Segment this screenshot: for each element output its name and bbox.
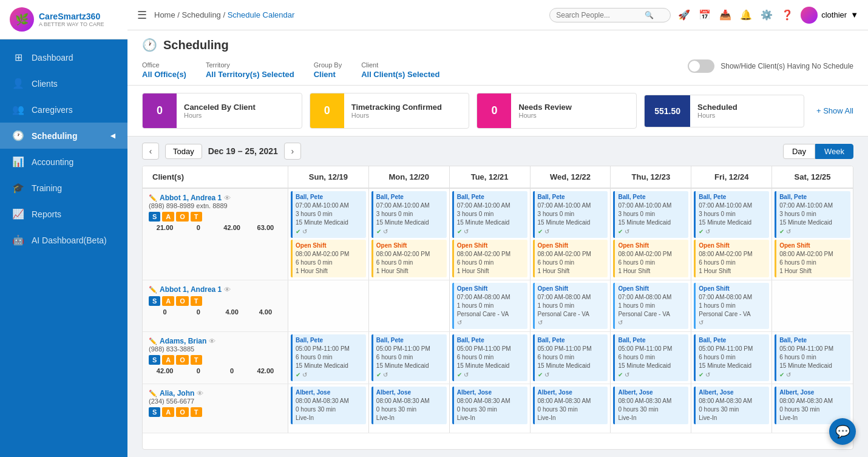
shift-card[interactable]: Ball, Pete 07:00 AM-10:00 AM 3 hours 0 m… bbox=[533, 191, 608, 238]
user-area[interactable]: clothier ▼ bbox=[801, 7, 858, 24]
no-schedule-toggle[interactable] bbox=[688, 59, 714, 73]
client-name[interactable]: Alia, John bbox=[160, 389, 194, 398]
edit-icon[interactable]: ✏️ bbox=[149, 194, 157, 202]
shift-card[interactable]: Albert, Jose 08:00 AM-08:30 AM 0 hours 3… bbox=[291, 387, 366, 424]
client-name[interactable]: Adams, Brian bbox=[160, 337, 206, 345]
eye-icon[interactable]: 👁 bbox=[224, 194, 231, 201]
sidebar-item-caregivers[interactable]: 👥 Caregivers bbox=[0, 96, 127, 123]
rocket-icon[interactable]: 🚀 bbox=[678, 9, 690, 21]
repeat-icon: ↺ bbox=[464, 371, 469, 379]
stat-card-scheduled: 551.50 Scheduled Hours bbox=[644, 95, 804, 127]
shift-card-open[interactable]: Open Shift 08:00 AM-02:00 PM 6 hours 0 m… bbox=[775, 240, 850, 277]
sidebar-item-scheduling[interactable]: 🕐 Scheduling ◀ bbox=[0, 123, 127, 149]
repeat-icon: ↺ bbox=[457, 319, 462, 326]
client-name[interactable]: Abbot 1, Andrea 1 bbox=[160, 194, 222, 202]
client-value[interactable]: All Client(s) Selected bbox=[361, 70, 439, 79]
eye-icon[interactable]: 👁 bbox=[224, 286, 231, 293]
shift-card[interactable]: Albert, Jose 08:00 AM-08:30 AM 0 hours 3… bbox=[371, 387, 447, 424]
shift-card[interactable]: Ball, Pete 07:00 AM-10:00 AM 3 hours 0 m… bbox=[613, 191, 688, 238]
sidebar-item-clients[interactable]: 👤 Clients bbox=[0, 70, 127, 96]
shift-name: Ball, Pete bbox=[376, 193, 444, 201]
settings-icon[interactable]: ⚙️ bbox=[761, 9, 773, 21]
shift-card-open[interactable]: Open Shift 08:00 AM-02:00 PM 6 hours 0 m… bbox=[371, 240, 447, 277]
shift-card[interactable]: Albert, Jose 08:00 AM-08:30 AM 0 hours 3… bbox=[613, 387, 688, 424]
edit-icon[interactable]: ✏️ bbox=[149, 390, 157, 398]
shift-card[interactable]: Ball, Pete 07:00 AM-10:00 AM 3 hours 0 m… bbox=[775, 191, 850, 238]
week-view-button[interactable]: Week bbox=[815, 144, 853, 159]
office-value[interactable]: All Office(s) bbox=[142, 70, 186, 79]
shift-name: Ball, Pete bbox=[457, 193, 524, 201]
shift-card[interactable]: Ball, Pete 05:00 PM-11:00 PM 6 hours 0 m… bbox=[452, 334, 527, 381]
shift-card-open[interactable]: Open Shift 08:00 AM-02:00 PM 6 hours 0 m… bbox=[694, 240, 769, 277]
shift-card-open[interactable]: Open Shift 08:00 AM-02:00 PM 6 hours 0 m… bbox=[533, 240, 608, 277]
shift-card[interactable]: Ball, Pete 07:00 AM-10:00 AM 3 hours 0 m… bbox=[291, 191, 366, 238]
shift-card[interactable]: Ball, Pete 05:00 PM-11:00 PM 6 hours 0 m… bbox=[371, 334, 447, 381]
eye-icon[interactable]: 👁 bbox=[197, 390, 203, 397]
shift-card-open-blue[interactable]: Open Shift 07:00 AM-08:00 AM 1 hours 0 m… bbox=[533, 283, 608, 329]
shift-duration: 0 hours 30 min bbox=[376, 405, 444, 414]
chat-button[interactable]: 💬 bbox=[829, 418, 856, 445]
shift-name: Albert, Jose bbox=[779, 388, 847, 397]
sidebar-item-accounting[interactable]: 📊 Accounting bbox=[0, 149, 127, 175]
calendar-icon[interactable]: 📅 bbox=[699, 9, 711, 21]
day-view-button[interactable]: Day bbox=[783, 144, 815, 159]
shift-card-open[interactable]: Open Shift 08:00 AM-02:00 PM 6 hours 0 m… bbox=[291, 240, 366, 277]
sidebar-item-reports[interactable]: 📈 Reports bbox=[0, 201, 127, 227]
shift-time: 07:00 AM-08:00 AM bbox=[699, 293, 766, 302]
shift-card[interactable]: Albert, Jose 08:00 AM-08:30 AM 0 hours 3… bbox=[452, 387, 527, 424]
bell-icon[interactable]: 🔔 bbox=[740, 9, 752, 21]
edit-icon[interactable]: ✏️ bbox=[149, 337, 157, 345]
show-all-link[interactable]: + Show All bbox=[816, 106, 853, 115]
search-bar[interactable]: 🔍 bbox=[549, 8, 671, 22]
shift-card[interactable]: Ball, Pete 05:00 PM-11:00 PM 6 hours 0 m… bbox=[613, 334, 688, 381]
needs-review-badge: 0 bbox=[477, 93, 511, 128]
calendar-header-row: Client(s) Sun, 12/19 Mon, 12/20 Tue, 12/… bbox=[143, 166, 853, 189]
shift-time: 05:00 PM-11:00 PM bbox=[699, 345, 766, 353]
sidebar-item-dashboard[interactable]: ⊞ Dashboard bbox=[0, 44, 127, 70]
client-phone: (988) 833-3885 bbox=[149, 345, 282, 353]
shift-card[interactable]: Ball, Pete 05:00 PM-11:00 PM 6 hours 0 m… bbox=[694, 334, 769, 381]
groupby-value[interactable]: Client bbox=[314, 70, 342, 79]
shift-card[interactable]: Ball, Pete 07:00 AM-10:00 AM 3 hours 0 m… bbox=[452, 191, 527, 238]
repeat-icon: ↺ bbox=[302, 371, 307, 379]
territory-value[interactable]: All Territory(s) Selected bbox=[206, 70, 294, 79]
shift-duration: 1 hours 0 min bbox=[618, 302, 685, 310]
repeat-icon: ↺ bbox=[618, 319, 623, 326]
sidebar-item-ai-dashboard[interactable]: 🤖 AI Dashboard(Beta) bbox=[0, 227, 127, 253]
client-name[interactable]: Abbot 1, Andrea 1 bbox=[160, 285, 222, 294]
shift-card[interactable]: Ball, Pete 07:00 AM-10:00 AM 3 hours 0 m… bbox=[694, 191, 769, 238]
shift-card[interactable]: Albert, Jose 08:00 AM-08:30 AM 0 hours 3… bbox=[694, 387, 769, 424]
shift-card[interactable]: Albert, Jose 08:00 AM-08:30 AM 0 hours 3… bbox=[533, 387, 608, 424]
client-filter: Client All Client(s) Selected bbox=[361, 61, 439, 79]
shift-card[interactable]: Ball, Pete 05:00 PM-11:00 PM 6 hours 0 m… bbox=[775, 334, 850, 381]
check-icon: ✔ bbox=[538, 371, 543, 379]
day-cell: Albert, Jose 08:00 AM-08:30 AM 0 hours 3… bbox=[369, 384, 450, 433]
shift-card[interactable]: Ball, Pete 05:00 PM-11:00 PM 6 hours 0 m… bbox=[533, 334, 608, 381]
today-button[interactable]: Today bbox=[165, 144, 202, 159]
day-cell: Albert, Jose 08:00 AM-08:30 AM 0 hours 3… bbox=[288, 384, 369, 433]
shift-card-open-blue[interactable]: Open Shift 07:00 AM-08:00 AM 1 hours 0 m… bbox=[694, 283, 769, 329]
shift-card-open[interactable]: Open Shift 08:00 AM-02:00 PM 6 hours 0 m… bbox=[452, 240, 527, 277]
shift-card-open-blue[interactable]: Open Shift 07:00 AM-08:00 AM 1 hours 0 m… bbox=[613, 283, 688, 329]
search-input[interactable] bbox=[556, 11, 641, 19]
shift-name: Open Shift bbox=[538, 285, 605, 293]
sidebar-item-training[interactable]: 🎓 Training bbox=[0, 175, 127, 201]
shift-card[interactable]: Ball, Pete 05:00 PM-11:00 PM 6 hours 0 m… bbox=[291, 334, 366, 381]
inbox-icon[interactable]: 📥 bbox=[719, 9, 731, 21]
next-week-button[interactable]: › bbox=[284, 143, 301, 160]
eye-icon[interactable]: 👁 bbox=[209, 337, 215, 345]
help-icon[interactable]: ❓ bbox=[781, 9, 793, 21]
open-shift-name: Open Shift bbox=[779, 242, 847, 250]
edit-icon[interactable]: ✏️ bbox=[149, 286, 157, 294]
badge-s: S bbox=[149, 296, 160, 306]
shift-time: 07:00 AM-10:00 AM bbox=[618, 201, 685, 210]
shift-card-open-blue[interactable]: Open Shift 07:00 AM-08:00 AM 1 hours 0 m… bbox=[452, 283, 527, 329]
repeat-icon: ↺ bbox=[786, 371, 791, 379]
check-icon: ✔ bbox=[538, 228, 543, 236]
search-icon[interactable]: 🔍 bbox=[645, 11, 654, 19]
badge-o: O bbox=[176, 212, 189, 222]
shift-card[interactable]: Ball, Pete 07:00 AM-10:00 AM 3 hours 0 m… bbox=[371, 191, 447, 238]
prev-week-button[interactable]: ‹ bbox=[142, 143, 159, 160]
menu-icon[interactable]: ☰ bbox=[137, 8, 147, 22]
shift-card-open[interactable]: Open Shift 08:00 AM-02:00 PM 6 hours 0 m… bbox=[613, 240, 688, 277]
